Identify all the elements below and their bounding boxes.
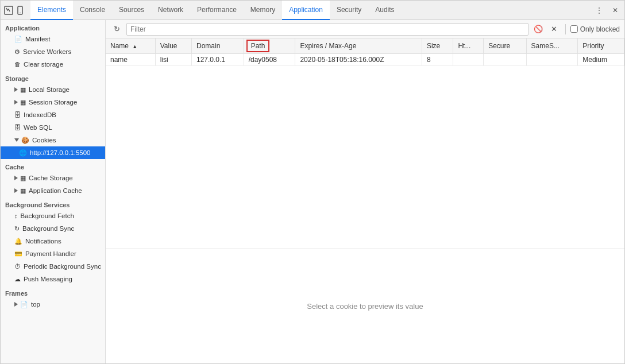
cancel-filter-button[interactable]: 🚫: [532, 23, 545, 36]
tab-application[interactable]: Application: [282, 1, 330, 20]
toolbar-divider: [565, 24, 566, 34]
storage-section-title: Storage: [1, 71, 105, 83]
service-workers-icon: ⚙: [14, 48, 20, 56]
sidebar-item-websql[interactable]: 🗄 Web SQL: [1, 121, 105, 134]
tab-memory[interactable]: Memory: [244, 1, 282, 20]
tab-security[interactable]: Security: [330, 1, 368, 20]
sidebar-item-application-cache[interactable]: ▦ Application Cache: [1, 184, 105, 197]
tab-bar-end: ⋮ ✕: [592, 3, 622, 17]
svg-rect-0: [5, 6, 13, 14]
mobile-icon[interactable]: [14, 5, 26, 16]
only-blocked-label[interactable]: Only blocked: [570, 25, 620, 33]
only-blocked-checkbox[interactable]: [570, 25, 578, 33]
sidebar-item-cache-storage[interactable]: ▦ Cache Storage: [1, 172, 105, 184]
tab-bar-icons: [3, 5, 26, 16]
sidebar-item-indexeddb[interactable]: 🗄 IndexedDB: [1, 109, 105, 121]
tab-network[interactable]: Network: [151, 1, 190, 20]
cookie-url-icon: 🌐: [19, 149, 27, 157]
cell-name: name: [106, 54, 155, 66]
cookies-icon: 🍪: [21, 137, 29, 144]
sidebar-item-session-storage[interactable]: ▦ Session Storage: [1, 96, 105, 109]
cell-priority: Medium: [578, 54, 624, 66]
sidebar-item-notifications[interactable]: 🔔 Notifications: [1, 235, 105, 247]
cell-size: 8: [422, 54, 453, 66]
tab-bar: Elements Console Sources Network Perform…: [1, 1, 624, 20]
notifications-icon: 🔔: [14, 238, 22, 245]
col-path[interactable]: Path: [244, 38, 295, 54]
sidebar-item-background-sync[interactable]: ↻ Background Sync: [1, 222, 105, 235]
sort-arrow-name: ▲: [132, 44, 137, 49]
col-httponly[interactable]: Ht...: [453, 38, 484, 54]
sidebar-item-frames-top[interactable]: 📄 top: [1, 298, 105, 311]
cell-httponly: [453, 54, 484, 66]
expand-frames-icon: [14, 302, 18, 307]
background-sync-icon: ↻: [14, 225, 20, 233]
websql-icon: 🗄: [14, 124, 21, 131]
inspect-icon[interactable]: [3, 5, 14, 16]
more-options-icon[interactable]: ⋮: [592, 3, 606, 17]
sidebar-item-service-workers[interactable]: ⚙ Service Workers: [1, 45, 105, 58]
sidebar-item-cookies[interactable]: 🍪 Cookies: [1, 134, 105, 146]
sidebar-item-background-fetch[interactable]: ↕ Background Fetch: [1, 210, 105, 222]
tab-console[interactable]: Console: [73, 1, 112, 20]
col-domain[interactable]: Domain: [192, 38, 244, 54]
expand-application-cache-icon: [14, 188, 18, 193]
manifest-icon: 📄: [14, 36, 22, 43]
empty-space: [106, 65, 624, 249]
col-name[interactable]: Name ▲: [106, 38, 155, 54]
sidebar-item-manifest[interactable]: 📄 Manifest: [1, 33, 105, 45]
sidebar-item-clear-storage[interactable]: 🗑 Clear storage: [1, 58, 105, 71]
clear-filter-button[interactable]: ✕: [548, 23, 561, 36]
sidebar-item-push-messaging[interactable]: ☁ Push Messaging: [1, 273, 105, 285]
cell-expires: 2020-05-18T05:18:16.000Z: [295, 54, 422, 66]
cell-value: lisi: [155, 54, 191, 66]
filter-input[interactable]: [126, 23, 528, 36]
cell-secure: [484, 54, 526, 66]
expand-local-storage-icon: [14, 87, 18, 92]
frames-section-title: Frames: [1, 285, 105, 298]
tab-performance[interactable]: Performance: [190, 1, 244, 20]
application-cache-icon: ▦: [20, 187, 26, 195]
close-devtools-icon[interactable]: ✕: [608, 3, 622, 17]
cookie-table: Name ▲ Value Domain Path: [106, 38, 624, 65]
sidebar-item-periodic-background-sync[interactable]: ⏱ Periodic Background Sync: [1, 260, 105, 273]
svg-point-2: [20, 12, 20, 13]
cache-section-title: Cache: [1, 159, 105, 172]
col-expires[interactable]: Expires / Max-Age: [295, 38, 422, 54]
sidebar-item-local-storage[interactable]: ▦ Local Storage: [1, 83, 105, 96]
col-priority[interactable]: Priority: [578, 38, 624, 54]
table-row[interactable]: name lisi 127.0.0.1 /day0508 2020-05-18T…: [106, 54, 624, 66]
indexeddb-icon: 🗄: [14, 111, 21, 118]
clear-storage-icon: 🗑: [14, 61, 21, 68]
background-services-section-title: Background Services: [1, 197, 105, 210]
payment-handler-icon: 💳: [14, 250, 22, 258]
devtools-window: Elements Console Sources Network Perform…: [0, 0, 625, 364]
refresh-button[interactable]: ↻: [110, 23, 123, 36]
application-section-title: Application: [1, 20, 105, 33]
sidebar-item-cookies-url[interactable]: 🌐 http://127.0.0.1:5500: [1, 146, 105, 159]
col-size[interactable]: Size: [422, 38, 453, 54]
cache-storage-icon: ▦: [20, 175, 26, 182]
background-fetch-icon: ↕: [14, 212, 18, 219]
tab-elements[interactable]: Elements: [30, 1, 73, 20]
preview-area: Select a cookie to preview its value: [106, 249, 624, 363]
table-area: Name ▲ Value Domain Path: [106, 38, 624, 65]
push-messaging-icon: ☁: [14, 276, 21, 283]
col-samesite[interactable]: SameS...: [526, 38, 578, 54]
sidebar-item-payment-handler[interactable]: 💳 Payment Handler: [1, 247, 105, 260]
cell-path: /day0508: [244, 54, 295, 66]
col-value[interactable]: Value: [155, 38, 191, 54]
tab-sources[interactable]: Sources: [112, 1, 151, 20]
periodic-bg-sync-icon: ⏱: [14, 263, 21, 270]
sidebar: Application 📄 Manifest ⚙ Service Workers…: [1, 20, 106, 363]
expand-cache-storage-icon: [14, 176, 18, 180]
expand-cookies-icon: [14, 138, 19, 142]
tab-audits[interactable]: Audits: [368, 1, 401, 20]
main-content: Application 📄 Manifest ⚙ Service Workers…: [1, 20, 624, 363]
right-panel: ↻ 🚫 ✕ Only blocked Name: [106, 20, 624, 363]
col-secure[interactable]: Secure: [484, 38, 526, 54]
session-storage-icon: ▦: [20, 99, 26, 106]
preview-text: Select a cookie to preview its value: [307, 302, 423, 311]
table-header-row: Name ▲ Value Domain Path: [106, 38, 624, 54]
local-storage-icon: ▦: [20, 86, 26, 94]
